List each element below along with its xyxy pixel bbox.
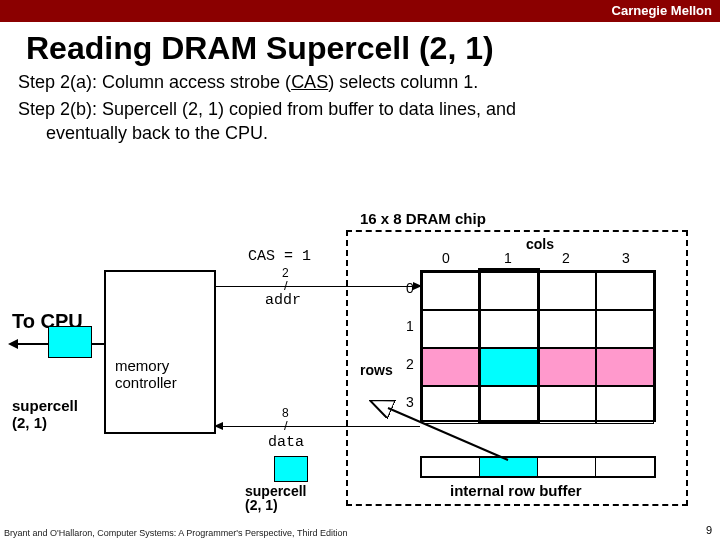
footer-citation: Bryant and O'Hallaron, Computer Systems:… <box>4 528 347 538</box>
step-2a: Step 2(a): Column access strobe (CAS) se… <box>18 71 720 94</box>
dram-diagram: 16 x 8 DRAM chip cols rows 0 1 2 3 0 1 2… <box>0 210 720 530</box>
supercell-left-label: supercell(2, 1) <box>12 398 78 431</box>
cas-assignment: CAS = 1 <box>248 248 311 265</box>
col-0: 0 <box>442 250 450 266</box>
data-bus-label: data <box>268 434 304 451</box>
addr-bus-label: addr <box>265 292 301 309</box>
col-1: 1 <box>504 250 512 266</box>
rows-label: rows <box>360 362 393 378</box>
buffer-to-grid-arrow <box>368 400 518 470</box>
col-2: 2 <box>562 250 570 266</box>
memory-controller-label: memorycontroller <box>115 358 177 391</box>
memory-controller-box <box>104 270 216 434</box>
addr-bus-line <box>216 286 420 287</box>
buffer-label: internal row buffer <box>450 482 582 499</box>
header-bar: Carnegie Mellon <box>0 0 720 22</box>
cpu-data-box <box>48 326 92 358</box>
slide-title: Reading DRAM Supercell (2, 1) <box>26 30 720 67</box>
cas-term: CAS <box>291 72 328 92</box>
row-2: 2 <box>406 356 414 372</box>
page-number: 9 <box>706 524 712 536</box>
supercell-data-label: supercell(2, 1) <box>245 484 306 512</box>
chip-label: 16 x 8 DRAM chip <box>360 210 486 227</box>
col-3: 3 <box>622 250 630 266</box>
row-1: 1 <box>406 318 414 334</box>
svg-line-1 <box>388 408 508 460</box>
data-line-box <box>274 456 308 482</box>
step-2b: Step 2(b): Supercell (2, 1) copied from … <box>18 98 720 145</box>
cols-label: cols <box>526 236 554 252</box>
brand-text: Carnegie Mellon <box>612 3 712 18</box>
